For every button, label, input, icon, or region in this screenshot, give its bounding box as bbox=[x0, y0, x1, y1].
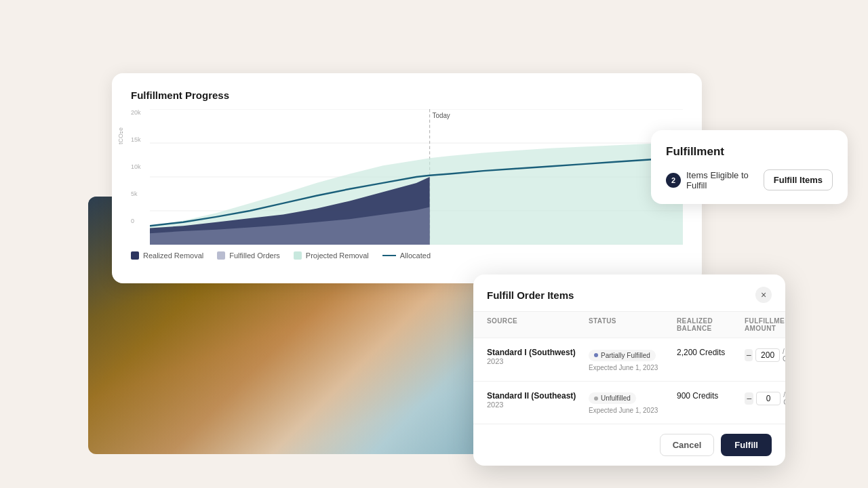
legend-box-projected bbox=[294, 251, 302, 260]
row1-status-group: Partially Fulfilled Expected June 1, 202… bbox=[589, 348, 677, 371]
legend-line-allocated bbox=[382, 255, 396, 256]
items-eligible-group: 2 Items Eligible to Fulfill bbox=[666, 170, 764, 190]
row2-fulfill-amount: − / 200 Credits + bbox=[745, 391, 785, 406]
row1-amount-input[interactable] bbox=[755, 348, 780, 362]
legend-label-fulfilled: Fulfilled Orders bbox=[229, 251, 280, 260]
y-axis-labels: 20k 15k 10k 5k 0 bbox=[131, 109, 141, 224]
modal-footer: Cancel Fulfill bbox=[473, 424, 785, 466]
modal-title: Fulfill Order Items bbox=[487, 289, 574, 301]
row1-fulfill-amount: − / 1,150 Credits + bbox=[745, 348, 785, 363]
row2-status-badge: Unfulfilled bbox=[589, 392, 636, 404]
row1-source-year: 2023 bbox=[487, 357, 589, 365]
row1-expected: Expected June 1, 2023 bbox=[589, 364, 677, 371]
legend-box-realized bbox=[131, 251, 139, 260]
legend-fulfilled-orders: Fulfilled Orders bbox=[217, 251, 280, 260]
row1-status-dot bbox=[594, 353, 598, 357]
row2-realized-balance: 900 Credits bbox=[677, 391, 745, 401]
row1-decrement-button[interactable]: − bbox=[745, 349, 753, 361]
fulfill-button[interactable]: Fulfill bbox=[721, 434, 772, 456]
col-header-source: Source bbox=[487, 317, 589, 332]
legend-label-projected: Projected Removal bbox=[306, 251, 369, 260]
legend-box-fulfilled bbox=[217, 251, 225, 260]
modal-row-1: Standard I (Southwest) 2023 Partially Fu… bbox=[473, 338, 785, 381]
row2-status-group: Unfulfilled Expected June 1, 2023 bbox=[589, 391, 677, 415]
fulfillment-card: Fulfillment 2 Items Eligible to Fulfill … bbox=[651, 130, 848, 204]
fulfill-items-button[interactable]: Fulfill Items bbox=[764, 169, 833, 190]
row2-status-label: Unfulfilled bbox=[601, 394, 631, 402]
items-eligible-text: Items Eligible to Fulfill bbox=[686, 170, 764, 190]
modal-row-2: Standard II (Southeast) 2023 Unfulfilled… bbox=[473, 381, 785, 424]
row2-amount-input[interactable] bbox=[756, 392, 781, 405]
modal-column-headers: Source Status Realized Balance Fulfillme… bbox=[473, 312, 785, 338]
chart-svg: Today Aug 2023 Sep 2023 Oct 2023 Nov 202… bbox=[150, 109, 683, 245]
row1-amount-max: / 1,150 Credits bbox=[783, 348, 785, 363]
row2-source-name: Standard II (Southeast) bbox=[487, 391, 589, 401]
cancel-button[interactable]: Cancel bbox=[660, 434, 715, 456]
row1-source: Standard I (Southwest) 2023 bbox=[487, 348, 589, 365]
fulfillment-card-title: Fulfillment bbox=[666, 145, 833, 159]
svg-text:Today: Today bbox=[433, 112, 451, 120]
row2-decrement-button[interactable]: − bbox=[745, 392, 753, 405]
row2-source-year: 2023 bbox=[487, 401, 589, 409]
chart-legend: Realized Removal Fulfilled Orders Projec… bbox=[131, 251, 683, 260]
items-count-badge: 2 bbox=[666, 173, 681, 188]
modal-close-button[interactable]: × bbox=[755, 287, 772, 303]
fulfill-order-items-modal: Fulfill Order Items × Source Status Real… bbox=[473, 274, 785, 466]
row1-status-label: Partially Fulfilled bbox=[601, 352, 650, 359]
row2-expected: Expected June 1, 2023 bbox=[589, 407, 677, 414]
legend-label-realized: Realized Removal bbox=[143, 251, 203, 260]
chart-area: 20k 15k 10k 5k 0 Today bbox=[131, 109, 683, 245]
row2-source: Standard II (Southeast) 2023 bbox=[487, 391, 589, 409]
row2-status-dot bbox=[594, 396, 598, 401]
fulfillment-row: 2 Items Eligible to Fulfill Fulfill Item… bbox=[666, 169, 833, 190]
col-header-realized-balance: Realized Balance bbox=[677, 317, 745, 332]
legend-realized-removal: Realized Removal bbox=[131, 251, 203, 260]
modal-header: Fulfill Order Items × bbox=[473, 274, 785, 312]
row1-realized-balance: 2,200 Credits bbox=[677, 348, 745, 357]
row1-status-badge: Partially Fulfilled bbox=[589, 350, 656, 361]
y-axis-unit: tCO₂e bbox=[117, 127, 124, 144]
col-header-fulfillment-amount: Fulfillment Amount bbox=[745, 317, 785, 332]
legend-projected-removal: Projected Removal bbox=[294, 251, 369, 260]
chart-card: Fulfillment Progress 20k 15k 10k 5k 0 bbox=[112, 73, 702, 283]
col-header-status: Status bbox=[589, 317, 677, 332]
row2-amount-max: / 200 Credits bbox=[783, 391, 785, 406]
legend-allocated: Allocated bbox=[382, 251, 431, 260]
legend-label-allocated: Allocated bbox=[400, 251, 431, 260]
chart-title: Fulfillment Progress bbox=[131, 89, 683, 101]
row1-source-name: Standard I (Southwest) bbox=[487, 348, 589, 357]
